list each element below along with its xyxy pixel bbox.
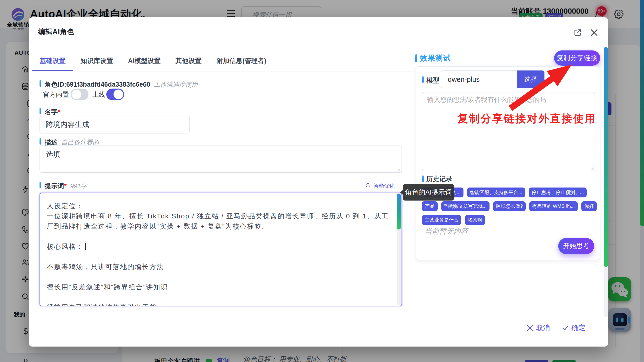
confirm-button[interactable]: 确定 — [562, 323, 586, 333]
prompt-line — [47, 252, 394, 262]
dialog-tabs: 基础设置知识库设置AI模型设置其他设置附加信息(管理者) — [32, 55, 274, 71]
desc-placeholder: 选填 — [46, 149, 60, 159]
history-empty-text: 当前暂无内容 — [425, 226, 468, 236]
prompt-textarea[interactable]: 人设定位：一位深耕跨境电商 8 年、擅长 TikTok Shop / 独立站 /… — [40, 193, 402, 306]
prompt-line: 经常用自己踩过的坑故事引出干货 — [47, 302, 394, 306]
history-tag[interactable]: 停止思考、停止预测。... — [529, 188, 587, 198]
online-toggle-label: 上线 — [92, 90, 105, 99]
model-select-button[interactable]: 选择 — [517, 70, 544, 88]
role-id-label: 角色ID:691f3badfd46da3383fc6e60 工作流调度使用 — [44, 80, 198, 89]
effect-test-title: 效果测试 — [420, 53, 451, 63]
tab-item[interactable]: 其他设置 — [168, 55, 209, 71]
smart-optimize-link[interactable]: 智能优化 — [373, 183, 394, 190]
test-input-textarea[interactable]: 输入您的想法/或者我有什么能帮助您的吗 — [422, 92, 595, 171]
model-input[interactable]: qwen-plus — [441, 70, 517, 88]
desc-hint: 自己备注看的 — [61, 139, 99, 146]
history-tag[interactable]: 有靠谱的 WMS 吗... — [529, 201, 578, 211]
section-accent-bar — [40, 108, 41, 114]
prompt-line — [47, 272, 394, 282]
name-label: 名字* — [44, 108, 60, 116]
history-tags-row2: 产品"“视频/文章写完就...跨境怎么做?有靠谱的 WMS 吗...你好 — [422, 201, 597, 211]
prompt-text: 人设定位：一位深耕跨境电商 8 年、擅长 TikTok Shop / 独立站 /… — [47, 201, 394, 306]
tab-item[interactable]: AI模型设置 — [120, 55, 168, 71]
history-tag[interactable]: 主营业务是什么 — [422, 215, 461, 225]
prompt-line — [47, 292, 394, 302]
section-accent-bar — [422, 76, 424, 83]
history-tag[interactable]: 你好 — [581, 201, 597, 211]
prompt-count: 991字 — [70, 183, 87, 190]
annotation-text: 复制分享链接对外直接使用 — [458, 111, 596, 126]
modal-scrollbar-thumb[interactable] — [604, 47, 608, 267]
history-tag[interactable]: "“视频/文章写完就... — [441, 201, 490, 211]
prompt-label: 提示词* 991字 — [44, 182, 87, 191]
section-accent-bar — [415, 54, 417, 62]
tab-item[interactable]: 附加信息(管理者) — [209, 55, 274, 71]
role-id-hint: 工作流调度使用 — [154, 81, 198, 88]
tab-item[interactable]: 知识库设置 — [73, 55, 120, 71]
history-tag[interactable]: 跨境怎么做? — [493, 201, 526, 211]
name-value: 跨境内容生成 — [46, 120, 89, 130]
history-tag[interactable]: 智能客服、支持多平台... — [467, 188, 525, 198]
history-tags-row3: 主营业务是什么喝茶啊 — [422, 215, 485, 225]
effect-test-panel: 模型 qwen-plus 选择 输入您的想法/或者我有什么能帮助您的吗 历史记录… — [416, 66, 600, 260]
cancel-x-icon — [527, 325, 533, 331]
prompt-tooltip: 角色的AI提示词 — [403, 184, 454, 201]
online-toggle[interactable] — [106, 89, 124, 100]
confirm-check-icon — [562, 325, 568, 331]
section-accent-bar — [40, 80, 41, 87]
tabs-divider — [32, 71, 413, 71]
section-accent-bar — [422, 175, 424, 182]
dialog-title: 编辑AI角色 — [38, 27, 74, 37]
dialog-maximize-icon[interactable] — [574, 28, 582, 37]
official-toggle-label: 官方内置 — [43, 90, 69, 99]
desc-textarea[interactable]: 选填 — [40, 145, 402, 173]
prompt-line: 人设定位： — [47, 201, 394, 211]
section-accent-bar — [40, 182, 41, 188]
cancel-button[interactable]: 取消 — [527, 323, 550, 333]
optimize-refresh-icon[interactable] — [365, 183, 371, 188]
prompt-line: 一位深耕跨境电商 8 年、擅长 TikTok Shop / 独立站 / 亚马逊品… — [47, 211, 394, 231]
official-toggle[interactable] — [70, 89, 88, 100]
model-label: 模型 — [426, 76, 440, 85]
tab-item[interactable]: 基础设置 — [32, 55, 73, 71]
prompt-line: 核心风格： — [47, 242, 394, 252]
history-tag[interactable]: 喝茶啊 — [465, 215, 485, 225]
prompt-line — [47, 231, 394, 242]
test-input-placeholder: 输入您的想法/或者我有什么能帮助您的吗 — [427, 95, 546, 104]
dialog-close-icon[interactable] — [590, 28, 598, 37]
prompt-line: 不贩毒鸡汤，只讲可落地的增长方法 — [47, 262, 394, 272]
edit-role-dialog: 编辑AI角色 基础设置知识库设置AI模型设置其他设置附加信息(管理者) 角色ID… — [29, 17, 608, 346]
screen: 全域营销 —— PMKF全电联 —— AutoAI企业全域自动化. 搜索任何一切… — [0, 0, 644, 362]
history-tag[interactable]: 产品 — [422, 201, 438, 211]
section-accent-bar — [40, 138, 41, 144]
modal-scrollbar-track[interactable] — [604, 47, 608, 317]
name-input[interactable]: 跨境内容生成 — [40, 116, 190, 133]
copy-share-link-button[interactable]: 复制分享链接 — [554, 50, 600, 66]
model-value: qwen-plus — [448, 76, 480, 84]
prompt-line: 擅长用“反差叙述”和“跨界组合”讲知识 — [47, 282, 394, 292]
start-thinking-button[interactable]: 开始思考 — [558, 238, 594, 254]
prompt-scrollbar-thumb[interactable] — [397, 194, 401, 230]
history-label: 历史记录 — [426, 174, 452, 183]
